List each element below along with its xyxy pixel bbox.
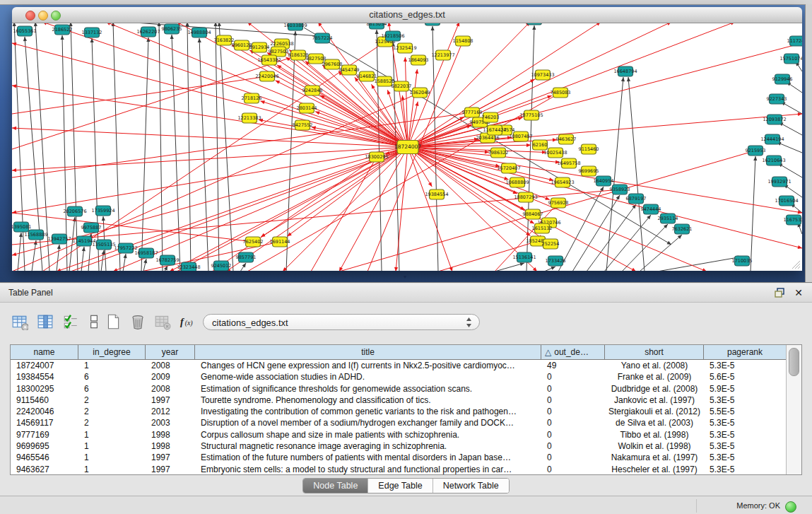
tab-network-table[interactable]: Network Table — [433, 479, 509, 493]
graph-node[interactable]: 9129946 — [772, 74, 793, 84]
graph-node[interactable]: 1395081 — [12, 222, 31, 232]
select-columns-icon[interactable] — [37, 313, 55, 332]
graph-node[interactable]: 16262207 — [136, 27, 160, 37]
column-header-short[interactable]: short — [605, 345, 704, 360]
graph-node[interactable]: 6879197 — [626, 194, 647, 204]
table-scrollbar-thumb[interactable] — [789, 348, 799, 376]
table-row[interactable]: 946554611997Estimation of the future num… — [11, 452, 787, 463]
table-row[interactable]: 1830029562008Estimation of significance … — [11, 383, 787, 395]
graph-node[interactable]: 18775105 — [519, 110, 543, 120]
graph-node[interactable]: 17016504 — [775, 196, 798, 206]
graph-node[interactable]: 9474444 — [641, 204, 661, 214]
new-column-icon[interactable] — [105, 313, 123, 332]
graph-node[interactable]: 1733426 — [546, 256, 566, 266]
graph-node[interactable]: 8912934 — [249, 42, 270, 52]
graph-node[interactable]: 9756928 — [548, 198, 569, 208]
graph-node[interactable]: 62160 — [533, 140, 548, 150]
network-view-window[interactable]: citations_edges.txt 18724007716382289601… — [12, 7, 802, 271]
table-row[interactable]: 946362711997Embryonic stem cells: a mode… — [11, 464, 787, 475]
table-row[interactable]: 977716911998Corpus callosum shape and si… — [11, 429, 787, 440]
memory-status-indicator[interactable] — [785, 501, 796, 513]
graph-node[interactable]: 2186522 — [52, 25, 73, 35]
graph-node[interactable]: 9884067 — [523, 209, 543, 219]
graph-node[interactable]: 1117244 — [787, 36, 802, 46]
column-header-year[interactable]: year — [146, 345, 195, 360]
window-resize-grip[interactable] — [791, 259, 801, 269]
graph-node[interactable]: 9215953 — [746, 146, 766, 156]
graph-node[interactable]: 19384554 — [425, 189, 448, 199]
graph-node[interactable]: 12325419 — [393, 43, 416, 53]
node-attribute-table[interactable]: namein_degreeyeartitle△out_de…shortpager… — [10, 344, 802, 475]
graph-node[interactable]: 15136141 — [512, 252, 536, 262]
function-builder-icon[interactable]: f(x) — [180, 313, 198, 332]
graph-node[interactable]: 252254 — [542, 239, 560, 249]
table-row[interactable]: 911546021997Tourette syndrome. Phenomeno… — [11, 395, 787, 406]
table-scrollbar[interactable] — [786, 345, 801, 474]
graph-node[interactable]: 20206576 — [63, 206, 86, 216]
graph-node[interactable]: 10973433 — [531, 70, 554, 80]
graph-node[interactable]: 14988804 — [187, 28, 211, 37]
column-header-in_degree[interactable]: in_degree — [78, 345, 146, 360]
table-header-row[interactable]: namein_degreeyeartitle△out_de…shortpager… — [11, 345, 787, 360]
delete-column-icon[interactable] — [129, 313, 148, 332]
column-header-name[interactable]: name — [11, 345, 78, 360]
graph-node[interactable]: 9358923 — [610, 185, 630, 194]
graph-node[interactable]: 1691144 — [270, 237, 290, 247]
column-header-title[interactable]: title — [195, 345, 541, 360]
graph-node[interactable]: 1864093 — [408, 55, 429, 65]
graph-node[interactable]: 22420046 — [255, 71, 278, 81]
graph-node[interactable]: 1640954 — [594, 176, 614, 186]
graph-node[interactable]: 16958187 — [134, 248, 158, 258]
citation-network-graph[interactable]: 1872400771638228960128891293422260538982… — [12, 23, 802, 271]
graph-node[interactable]: 16648794 — [613, 66, 637, 76]
graph-node[interactable]: 2718126 — [242, 93, 262, 103]
graph-node[interactable]: 9227343 — [767, 94, 787, 104]
graph-node[interactable]: 1362049 — [410, 88, 430, 98]
tab-node-table[interactable]: Node Table — [303, 479, 368, 493]
graph-node[interactable]: 9857791 — [236, 252, 257, 262]
graph-node[interactable]: 1615132 — [532, 223, 553, 233]
graph-node[interactable]: 1337132 — [82, 28, 102, 37]
float-panel-icon[interactable] — [774, 287, 787, 298]
window-titlebar[interactable]: citations_edges.txt — [12, 7, 802, 23]
graph-node[interactable]: 1167533 — [784, 215, 802, 225]
graph-node[interactable]: 18724007 — [394, 141, 421, 154]
graph-node[interactable]: 9245012 — [211, 261, 232, 271]
table-row[interactable]: 2242004622012Investigating the contribut… — [11, 406, 787, 417]
graph-node[interactable]: 17359924 — [91, 206, 114, 216]
graph-node[interactable]: 1710035 — [732, 256, 753, 266]
rows-icon[interactable] — [86, 313, 104, 332]
graph-node[interactable]: 746203 — [482, 112, 500, 122]
graph-node[interactable]: 19932971 — [767, 177, 791, 187]
graph-node[interactable]: 9699695 — [579, 166, 599, 176]
table-row[interactable]: 1456911722003Disruption of a novel membe… — [11, 417, 787, 428]
graph-node[interactable]: 1154808 — [453, 36, 473, 46]
table-row[interactable]: 1872400712008Changes of HCN gene express… — [11, 360, 787, 371]
network-graph-canvas[interactable]: 1872400771638228960128891293422260538982… — [12, 23, 802, 271]
column-header-pagerank[interactable]: pagerank — [704, 345, 787, 360]
graph-node[interactable]: 7632621 — [672, 224, 693, 234]
graph-node[interactable]: 7625402 — [243, 237, 264, 247]
graph-node[interactable]: 8813054 — [367, 23, 387, 29]
graph-node[interactable]: 2803144 — [297, 103, 317, 113]
graph-node[interactable]: 16163510 — [420, 23, 444, 25]
table-row[interactable]: 969969511998Structural magnetic resonanc… — [11, 440, 787, 452]
attribute-table-settings-icon[interactable] — [11, 313, 30, 332]
graph-node[interactable]: 7857224 — [312, 33, 333, 43]
graph-node[interactable]: 9777169 — [462, 107, 483, 117]
graph-node[interactable]: 10688809 — [505, 177, 529, 187]
panel-splitter-handle[interactable]: ▾ — [400, 274, 410, 280]
graph-node[interactable]: 7986322 — [488, 148, 509, 158]
graph-node[interactable]: 12323448 — [177, 262, 200, 271]
graph-node[interactable]: 9242848 — [302, 86, 323, 95]
tab-edge-table[interactable]: Edge Table — [368, 479, 433, 493]
graph-node[interactable]: 16055361 — [13, 26, 36, 36]
column-header-out_de[interactable]: △out_de… — [541, 345, 605, 360]
graph-node[interactable]: 9806235 — [162, 24, 182, 34]
graph-node[interactable]: 8427552 — [293, 120, 313, 130]
graph-node[interactable]: 6822037 — [392, 81, 412, 91]
graph-node[interactable]: 9115460 — [579, 144, 599, 154]
graph-node[interactable]: 16033809 — [283, 23, 307, 30]
graph-node[interactable]: 2935114 — [658, 214, 678, 223]
graph-node[interactable]: 15751074 — [779, 54, 802, 64]
